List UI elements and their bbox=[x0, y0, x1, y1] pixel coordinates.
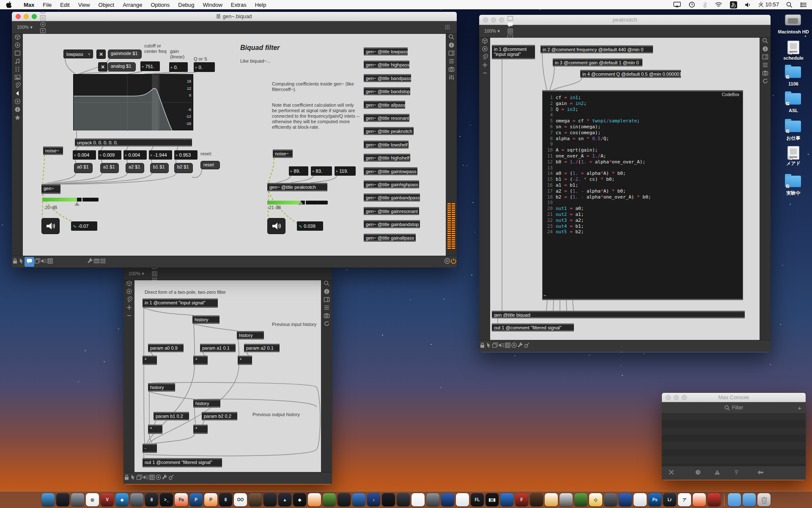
desktop-icon-実験中[interactable]: ↗実験中 bbox=[777, 174, 809, 196]
dock-icon-app-10[interactable]: Pa bbox=[175, 493, 188, 506]
filtergraph[interactable]: 18126-6-12-18 bbox=[73, 74, 193, 130]
object-out-1[interactable]: out 1 @comment "filtered signal" bbox=[143, 458, 222, 467]
object-gen-title-0[interactable]: gen~ @title lowpass bbox=[364, 47, 408, 55]
templates-icon[interactable] bbox=[14, 50, 21, 58]
grid-icon[interactable] bbox=[149, 474, 155, 482]
speaker-button-1[interactable] bbox=[41, 218, 60, 234]
console-list-icon[interactable] bbox=[324, 304, 330, 312]
dock-icon-flash[interactable]: F bbox=[515, 493, 528, 506]
bluetooth-icon[interactable] bbox=[703, 2, 707, 8]
dock-icon-app-32[interactable] bbox=[500, 493, 513, 506]
dock-icon-lightroom[interactable]: Lr bbox=[663, 493, 676, 506]
titlebar-max-console[interactable]: Max Console bbox=[662, 393, 806, 402]
object-gen-title-6[interactable]: gen~ @title peaknotch bbox=[364, 127, 414, 135]
dock-icon-app-3[interactable] bbox=[71, 493, 84, 506]
zoom-in-icon[interactable] bbox=[482, 62, 488, 70]
airplay-icon[interactable] bbox=[673, 2, 681, 8]
object-param-b1[interactable]: param b1 0.2 bbox=[154, 412, 189, 420]
menu-item-object[interactable]: Object bbox=[94, 2, 119, 8]
windows-icon[interactable] bbox=[492, 342, 498, 350]
message-coeff-1[interactable]: a1 $1 bbox=[100, 163, 119, 173]
input-source-icon[interactable]: あ bbox=[730, 1, 737, 8]
object-history-y1[interactable]: history bbox=[148, 383, 175, 392]
object-multiply-b2[interactable]: * bbox=[193, 425, 208, 434]
inspector-icon[interactable] bbox=[762, 46, 768, 54]
dock-icon-app-45[interactable] bbox=[693, 493, 706, 506]
menu-item-file[interactable]: File bbox=[38, 2, 56, 8]
console-list-icon[interactable] bbox=[448, 58, 455, 66]
gain-slider-2[interactable] bbox=[267, 201, 328, 204]
wrench-icon[interactable] bbox=[517, 342, 524, 350]
codebox[interactable]: CodeBox1cf = in1;2gain = in2;3Q = in3;45… bbox=[542, 90, 743, 300]
dock-icon-dock-folder-1[interactable] bbox=[728, 493, 741, 506]
titlebar-gen-biquad[interactable]: gen~.biquad bbox=[12, 12, 457, 21]
favorites-icon[interactable] bbox=[14, 114, 21, 122]
zoom-level-menu[interactable]: 100% ▾ bbox=[484, 28, 500, 34]
info-icon[interactable] bbox=[14, 106, 21, 114]
dock-icon-app-36[interactable] bbox=[560, 493, 573, 506]
dock-icon-app-25[interactable] bbox=[397, 493, 410, 506]
object-in-3[interactable]: in 3 @comment gain @default 1 @min 0 bbox=[553, 58, 642, 66]
object-gen-peaknotch[interactable]: gen~ @title peaknotch bbox=[267, 183, 327, 191]
attachments-icon[interactable] bbox=[14, 82, 21, 90]
dock-icon-app-7[interactable] bbox=[130, 493, 143, 506]
patcher-canvas-direct-form[interactable]: Direct form of a two-pole, two-zero filt… bbox=[134, 280, 321, 472]
audio-files-icon[interactable] bbox=[14, 58, 21, 66]
timestamp-icon[interactable] bbox=[695, 469, 701, 477]
attachments-icon[interactable] bbox=[482, 54, 488, 62]
max-cube-icon[interactable] bbox=[14, 34, 21, 42]
back-arrow-icon[interactable] bbox=[14, 90, 21, 98]
dock-icon-app-27[interactable] bbox=[426, 493, 439, 506]
comment-mode-icon[interactable] bbox=[25, 257, 34, 267]
volume-icon[interactable] bbox=[745, 2, 751, 8]
menu-item-max[interactable]: Max bbox=[19, 2, 38, 8]
object-history-x1[interactable]: history bbox=[192, 315, 219, 324]
new-object-icon[interactable] bbox=[507, 15, 513, 22]
object-gen-title-13[interactable]: gen~ @title gainbandstop bbox=[364, 220, 420, 228]
message-gainmode[interactable]: gainmode $1 bbox=[108, 50, 142, 59]
inspector-icon[interactable] bbox=[324, 288, 330, 296]
dock-icon-app-30[interactable]: FL bbox=[471, 493, 484, 506]
number-coeff-0[interactable]: ▸0.004 bbox=[73, 150, 96, 160]
signal-number-2[interactable]: ∿0.039 bbox=[297, 221, 323, 231]
dock-icon-chrome[interactable]: ◎ bbox=[86, 493, 99, 506]
dock-icon-app-22[interactable] bbox=[352, 493, 365, 506]
sidebar-panel-icon[interactable] bbox=[324, 296, 330, 304]
max-cube-icon[interactable] bbox=[126, 280, 132, 288]
clear-console-icon[interactable] bbox=[669, 469, 674, 477]
pointer-icon[interactable] bbox=[486, 342, 492, 350]
console-filter-bar[interactable]: Filter + bbox=[662, 402, 806, 413]
dock-icon-safari[interactable]: ◈ bbox=[115, 493, 129, 506]
number-coeff-1[interactable]: ▸0.009 bbox=[98, 150, 121, 160]
new-playbar-icon[interactable] bbox=[40, 28, 46, 34]
pointer-icon[interactable] bbox=[130, 474, 136, 482]
menu-item-view[interactable]: View bbox=[74, 2, 94, 8]
object-out-1[interactable]: out 1 @comment "filtered signal" bbox=[492, 323, 574, 331]
dock-icon-audacity[interactable] bbox=[441, 493, 454, 506]
desktop-icon-ASL[interactable]: ↗ASL bbox=[777, 91, 809, 113]
refresh-icon[interactable] bbox=[324, 320, 330, 329]
lock-icon[interactable] bbox=[12, 258, 18, 266]
object-multiply-a2[interactable]: * bbox=[238, 356, 252, 365]
object-gen-title-7[interactable]: gen~ @title lowshelf bbox=[364, 141, 409, 149]
refresh-icon[interactable] bbox=[762, 78, 768, 86]
object-in-4[interactable]: in 4 @comment Q @default 0.5 @min 0.0000… bbox=[580, 70, 681, 78]
object-noise[interactable]: noise~ bbox=[43, 146, 63, 155]
object-gen-title-3[interactable]: gen~ @title bandstop bbox=[364, 87, 410, 95]
number-gain-2[interactable]: ▸83. bbox=[311, 166, 332, 176]
message-coeff-2[interactable]: a2 $1 bbox=[126, 163, 144, 173]
mixer-icon[interactable] bbox=[448, 74, 455, 82]
dock-icon-app-29[interactable] bbox=[456, 493, 469, 506]
dock-icon-app-46[interactable] bbox=[708, 493, 721, 506]
record-icon[interactable] bbox=[14, 42, 21, 50]
snapshot-icon[interactable] bbox=[762, 70, 768, 78]
dock-icon-terminal[interactable]: >_ bbox=[160, 493, 173, 506]
dock-icon-sketch[interactable]: ◇ bbox=[589, 493, 602, 506]
object-multiply-b1[interactable]: * bbox=[148, 425, 162, 434]
inspector-icon[interactable] bbox=[448, 42, 455, 50]
grid-icon[interactable] bbox=[47, 258, 53, 266]
dock-icon-blender[interactable] bbox=[308, 493, 321, 506]
origin-icon[interactable] bbox=[155, 474, 162, 482]
resize-handle[interactable]: ⌐ bbox=[544, 293, 546, 298]
object-in-1[interactable]: in 1 @comment "input signal" bbox=[143, 298, 218, 308]
